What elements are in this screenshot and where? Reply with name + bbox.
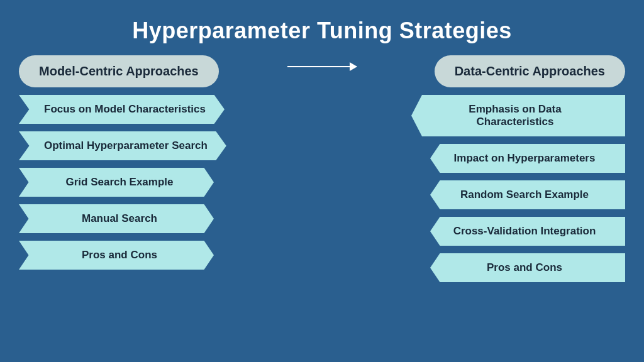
left-item-3: Grid Search Example <box>19 168 214 197</box>
right-item-2: Impact on Hyperparameters <box>430 144 625 173</box>
left-item-4: Manual Search <box>19 204 214 233</box>
left-column: Model-Centric Approaches Focus on Model … <box>19 55 284 270</box>
right-column: Data-Centric Approaches Emphasis on Data… <box>360 55 625 282</box>
right-item-5: Pros and Cons <box>430 253 625 282</box>
left-item-2: Optimal Hyperparameter Search <box>19 131 226 160</box>
content-area: Model-Centric Approaches Focus on Model … <box>0 55 644 362</box>
right-item-4: Cross-Validation Integration <box>430 217 625 246</box>
left-item-1: Focus on Model Characteristics <box>19 95 225 124</box>
page-title: Hyperparameter Tuning Strategies <box>132 18 512 44</box>
right-item-1: Emphasis on Data Characteristics <box>411 95 625 136</box>
left-heading: Model-Centric Approaches <box>19 55 219 87</box>
left-item-5: Pros and Cons <box>19 241 214 270</box>
arrow-connector <box>287 66 357 67</box>
right-heading: Data-Centric Approaches <box>435 55 625 87</box>
right-item-3: Random Search Example <box>430 180 625 209</box>
